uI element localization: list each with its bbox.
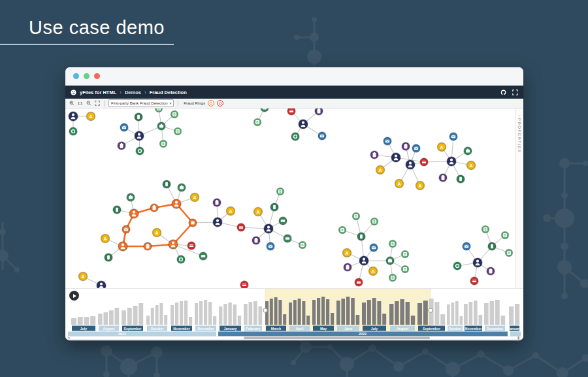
graph-node-person[interactable] [69, 112, 78, 121]
graph-node-person[interactable] [406, 160, 415, 169]
graph-node-address[interactable] [252, 237, 260, 244]
graph-node-branch[interactable]: B [160, 140, 167, 148]
graph-node-email[interactable] [384, 137, 391, 145]
graph-node-branch[interactable]: B [277, 188, 284, 195]
previous-fraud-ring-button[interactable] [208, 100, 214, 107]
properties-panel-toggle[interactable]: ⌄ PROPERTIES [515, 108, 523, 288]
graph-node-address[interactable] [439, 174, 447, 182]
graph-node-bank[interactable] [157, 122, 165, 130]
graph-node-person[interactable] [359, 256, 368, 265]
graph-node-address[interactable] [344, 263, 351, 271]
graph-node-account[interactable]: A [343, 249, 351, 257]
graph-node-phone[interactable] [113, 206, 121, 214]
graph-node-account[interactable]: A [376, 166, 385, 174]
graph-node-bank[interactable] [261, 108, 269, 112]
graph-node-email[interactable] [318, 132, 326, 140]
graph-node-account[interactable]: A [87, 112, 95, 121]
graph-node-phone[interactable] [457, 175, 465, 183]
graph-node-account[interactable]: A [438, 143, 446, 152]
graph-node-person_ring[interactable] [172, 199, 181, 208]
graph-node-person_ring[interactable] [118, 242, 127, 251]
graph-node-address[interactable] [315, 108, 323, 115]
graph-node-gcircle[interactable] [69, 127, 77, 135]
graph-node-phone[interactable] [135, 113, 142, 121]
graph-node-email[interactable] [120, 123, 128, 131]
graph-canvas[interactable]: ABBBBBAAAAAAAAAABBABBBAABBBBBBB ⌄ PROPER… [65, 108, 523, 288]
graph-node-person[interactable] [213, 218, 222, 227]
graph-node-account[interactable]: A [395, 180, 404, 188]
graph-node-account[interactable]: A [227, 207, 235, 216]
graph-node-branch[interactable]: B [502, 232, 509, 239]
graph-node-card[interactable] [237, 223, 245, 231]
graph-node-card[interactable] [240, 281, 248, 288]
graph-node-branch[interactable]: B [353, 213, 360, 220]
graph-node-gcircle[interactable] [177, 255, 185, 263]
graph-node-person[interactable] [391, 153, 400, 162]
traffic-light-close-button[interactable] [73, 73, 79, 79]
traffic-light-minimize-button[interactable] [84, 73, 90, 79]
graph-node-address_ring[interactable] [144, 242, 152, 250]
graph-node-phone[interactable] [357, 233, 365, 240]
graph-node-laptop[interactable] [284, 235, 291, 242]
breadcrumb-demos[interactable]: Demos [125, 90, 141, 95]
graph-node-address[interactable] [118, 142, 125, 150]
graph-node-branch[interactable]: B [482, 226, 489, 233]
fit-content-icon[interactable] [94, 101, 100, 107]
graph-node-email_ring[interactable] [122, 225, 130, 233]
next-fraud-ring-button[interactable] [217, 100, 223, 107]
graph-node-email[interactable] [449, 133, 457, 140]
graph-node-branch[interactable]: B [389, 274, 397, 282]
graph-node-account[interactable]: A [191, 193, 199, 202]
sample-select-dropdown[interactable]: First-party Bank Fraud Detection ▾ [108, 99, 174, 107]
graph-node-branch[interactable]: B [171, 111, 178, 118]
graph-node-phone[interactable] [270, 203, 278, 211]
graph-node-phone[interactable] [488, 242, 496, 250]
graph-node-account[interactable]: A [254, 208, 263, 216]
zoom-out-icon[interactable] [86, 101, 91, 107]
graph-node-address[interactable] [370, 151, 378, 159]
graph-node-account[interactable]: A [79, 272, 88, 281]
zoom-in-icon[interactable] [69, 101, 74, 107]
graph-node-gcircle[interactable] [291, 133, 299, 140]
timeline-play-button[interactable] [69, 291, 79, 301]
graph-node-branch[interactable]: B [402, 266, 409, 273]
graph-node-bank[interactable] [127, 193, 135, 201]
graph-node-person_ring[interactable] [129, 209, 139, 218]
graph-node-card[interactable] [470, 277, 478, 285]
graph-node-phone[interactable] [105, 254, 112, 261]
graph-node-loan_ring[interactable] [189, 219, 197, 227]
fullscreen-icon[interactable] [512, 90, 518, 95]
graph-node-gcircle[interactable] [453, 262, 461, 270]
graph-node-branch[interactable]: B [402, 251, 409, 258]
graph-node-branch[interactable]: B [339, 227, 346, 234]
graph-node-branch[interactable]: B [155, 108, 163, 112]
graph-node-person[interactable] [264, 224, 273, 233]
graph-node-address_ring[interactable] [150, 204, 158, 212]
graph-node-branch[interactable]: B [174, 128, 182, 135]
graph-node-address[interactable] [487, 267, 495, 275]
timeline-scrollbar-thumb[interactable] [244, 337, 430, 339]
graph-node-account[interactable]: A [369, 267, 378, 276]
zoom-original-icon[interactable]: 1:1 [77, 101, 83, 107]
graph-node-person[interactable] [447, 157, 456, 166]
graph-node-card[interactable] [420, 158, 428, 166]
graph-node-person[interactable] [299, 120, 308, 129]
graph-node-email[interactable] [267, 242, 274, 250]
graph-node-gcircle[interactable] [136, 147, 144, 155]
graph-node-laptop[interactable] [279, 217, 287, 225]
graph-node-account[interactable]: A [416, 182, 425, 190]
graph-node-person[interactable] [473, 258, 482, 267]
graph-node-branch[interactable]: B [371, 218, 378, 225]
graph-node-account[interactable]: A [467, 161, 476, 170]
graph-node-phone[interactable] [163, 180, 171, 188]
graph-node-card[interactable] [287, 108, 295, 115]
graph-node-bank[interactable] [464, 147, 472, 155]
graph-node-bank[interactable] [386, 257, 394, 265]
graph-node-laptop[interactable] [199, 252, 207, 260]
graph-node-email[interactable] [463, 242, 470, 250]
graph-node-branch[interactable]: B [254, 119, 261, 126]
graph-node-address[interactable] [402, 142, 410, 150]
graph-node-person[interactable] [97, 281, 106, 288]
graph-node-email[interactable] [370, 244, 378, 252]
timeline-handle-left[interactable] [263, 308, 267, 312]
